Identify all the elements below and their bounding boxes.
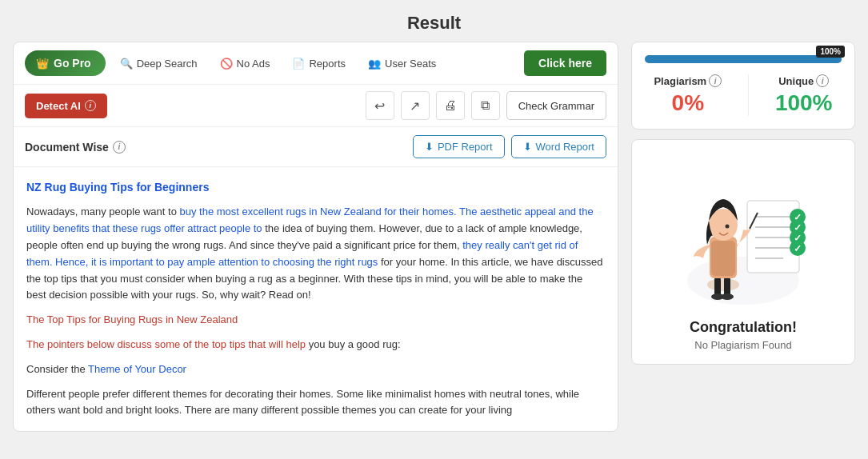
unique-info-icon: i bbox=[816, 74, 829, 87]
unique-stat: Unique i 100% bbox=[775, 74, 833, 116]
svg-point-15 bbox=[707, 278, 739, 291]
document-wise-label: Document Wise i bbox=[25, 141, 126, 154]
tab-no-ads-label: No Ads bbox=[237, 58, 270, 70]
detect-ai-info-icon: i bbox=[85, 100, 96, 111]
content-area: NZ Rug Buying Tips for Beginners Nowaday… bbox=[14, 167, 618, 431]
deep-search-icon: 🔍 bbox=[120, 57, 133, 70]
progress-badge: 100% bbox=[816, 46, 845, 58]
progress-fill: 100% bbox=[645, 55, 842, 63]
share-icon: ↗ bbox=[410, 98, 420, 114]
toolbar-icons: ↩ ↗ 🖨 ⧉ Check Grammar bbox=[366, 91, 606, 120]
content-paragraph-3: The pointers below discuss some of the t… bbox=[26, 337, 605, 353]
congrats-subtitle: No Plagiarism Found bbox=[694, 339, 791, 351]
congrats-title: Congratulation! bbox=[690, 319, 797, 336]
stats-card: 100% Plagiarism i 0% Unique i bbox=[631, 42, 855, 130]
pdf-report-button[interactable]: ⬇ PDF Report bbox=[413, 135, 505, 158]
print-icon: 🖨 bbox=[444, 98, 457, 113]
page-title: Result bbox=[0, 0, 868, 42]
share-button[interactable]: ↗ bbox=[401, 91, 430, 120]
left-panel: Go Pro 🔍 Deep Search 🚫 No Ads 📄 Reports … bbox=[13, 42, 618, 432]
congrats-card: ✓ ✓ ✓ ✓ bbox=[631, 139, 855, 365]
svg-point-24 bbox=[726, 225, 730, 229]
content-paragraph-2: The Top Tips for Buying Rugs in New Zeal… bbox=[26, 312, 605, 329]
tab-user-seats-label: User Seats bbox=[385, 58, 436, 70]
svg-rect-21 bbox=[711, 241, 735, 276]
user-seats-icon: 👥 bbox=[368, 57, 381, 70]
content-title: NZ Rug Buying Tips for Beginners bbox=[26, 178, 605, 196]
download-word-icon: ⬇ bbox=[523, 141, 532, 153]
svg-text:✓: ✓ bbox=[794, 243, 802, 254]
progress-track: 100% bbox=[645, 55, 842, 63]
click-here-button[interactable]: Click here bbox=[524, 50, 606, 76]
go-pro-button[interactable]: Go Pro bbox=[25, 50, 106, 76]
top-bar: Go Pro 🔍 Deep Search 🚫 No Ads 📄 Reports … bbox=[14, 42, 618, 85]
progress-bar-container: 100% bbox=[645, 55, 842, 63]
word-report-label: Word Report bbox=[536, 141, 594, 153]
plagiarism-info-icon: i bbox=[709, 74, 722, 87]
plagiarism-value: 0% bbox=[654, 90, 722, 116]
toolbar-row: Detect AI i ↩ ↗ 🖨 ⧉ Check Grammar bbox=[14, 85, 618, 127]
document-wise-text: Document Wise bbox=[25, 141, 109, 154]
unique-label: Unique i bbox=[775, 74, 833, 87]
document-wise-info-icon: i bbox=[113, 141, 126, 154]
unique-value: 100% bbox=[775, 90, 833, 116]
download-pdf-icon: ⬇ bbox=[425, 141, 434, 153]
word-report-button[interactable]: ⬇ Word Report bbox=[511, 135, 606, 158]
right-panel: 100% Plagiarism i 0% Unique i bbox=[631, 42, 855, 432]
content-paragraph-4: Consider the Theme of Your Decor bbox=[26, 361, 605, 378]
stats-divider bbox=[748, 74, 749, 116]
report-buttons: ⬇ PDF Report ⬇ Word Report bbox=[413, 135, 606, 158]
undo-button[interactable]: ↩ bbox=[366, 91, 394, 120]
content-paragraph-5: Different people prefer different themes… bbox=[26, 386, 605, 420]
doc-wise-bar: Document Wise i ⬇ PDF Report ⬇ Word Repo… bbox=[14, 127, 618, 167]
tab-reports[interactable]: 📄 Reports bbox=[284, 52, 354, 74]
no-ads-icon: 🚫 bbox=[220, 57, 233, 70]
tab-user-seats[interactable]: 👥 User Seats bbox=[360, 52, 444, 74]
main-layout: Go Pro 🔍 Deep Search 🚫 No Ads 📄 Reports … bbox=[0, 42, 868, 445]
content-paragraph-1: Nowadays, many people want to buy the mo… bbox=[26, 204, 605, 304]
svg-point-19 bbox=[721, 293, 734, 300]
undo-icon: ↩ bbox=[374, 98, 385, 114]
tab-reports-label: Reports bbox=[309, 58, 346, 70]
copy-icon: ⧉ bbox=[481, 98, 490, 113]
congrats-illustration: ✓ ✓ ✓ ✓ bbox=[671, 153, 815, 313]
check-grammar-button[interactable]: Check Grammar bbox=[506, 91, 606, 120]
tab-deep-search[interactable]: 🔍 Deep Search bbox=[112, 52, 206, 74]
pdf-report-label: PDF Report bbox=[438, 141, 493, 153]
detect-ai-button[interactable]: Detect AI i bbox=[25, 94, 107, 118]
tab-no-ads[interactable]: 🚫 No Ads bbox=[212, 52, 278, 74]
detect-ai-label: Detect AI bbox=[36, 100, 81, 112]
reports-icon: 📄 bbox=[292, 57, 305, 70]
plagiarism-label: Plagiarism i bbox=[654, 74, 722, 87]
tab-deep-search-label: Deep Search bbox=[137, 58, 198, 70]
print-button[interactable]: 🖨 bbox=[436, 91, 465, 120]
copy-button[interactable]: ⧉ bbox=[471, 91, 500, 120]
plagiarism-stat: Plagiarism i 0% bbox=[654, 74, 722, 116]
stats-row: Plagiarism i 0% Unique i 100% bbox=[645, 74, 842, 116]
